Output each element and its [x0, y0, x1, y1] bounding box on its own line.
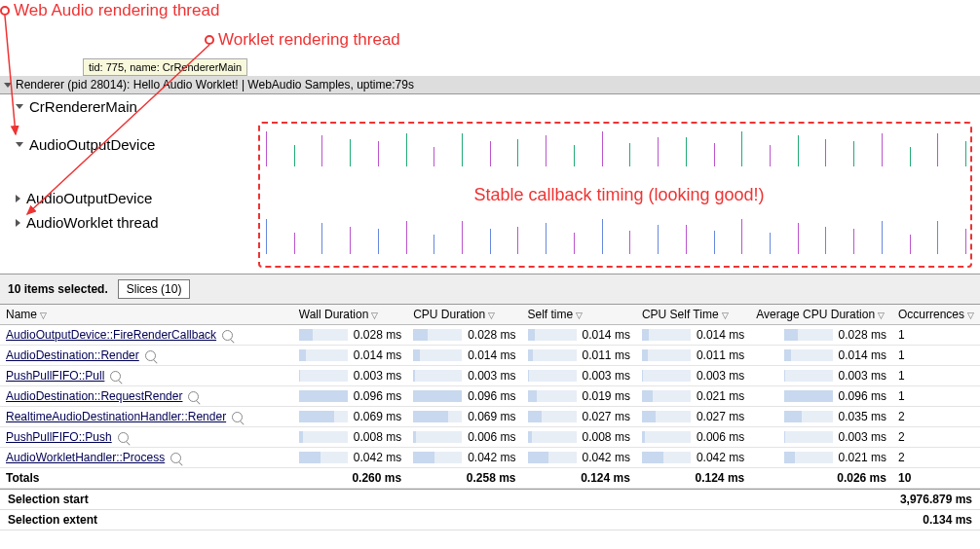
row-occ: 1: [892, 346, 980, 366]
process-title: Renderer (pid 28014): Hello Audio Workle…: [16, 78, 414, 92]
selection-footer: Selection start 3,976.879 ms Selection e…: [0, 489, 980, 531]
row-occ: 2: [892, 427, 980, 448]
row-name: AudioWorkletHandler::Process: [0, 448, 293, 468]
row-occ: 1: [892, 366, 980, 386]
sort-icon: ▽: [371, 311, 378, 320]
table-row[interactable]: AudioOutputDevice::FireRenderCallback0.0…: [0, 325, 980, 346]
thread-list: CrRendererMain AudioOutputDevice tid: 77…: [0, 94, 258, 274]
table-row[interactable]: AudioDestination::Render0.014 ms0.014 ms…: [0, 346, 980, 366]
thread-row[interactable]: CrRendererMain: [0, 94, 258, 119]
thread-row[interactable]: AudioWorklet thread: [0, 210, 258, 235]
row-occ: 2: [892, 448, 980, 468]
thread-row[interactable]: AudioOutputDevice: [0, 186, 258, 210]
slice-link[interactable]: AudioWorkletHandler::Process: [6, 451, 165, 464]
col-name[interactable]: Name▽: [0, 305, 293, 325]
slice-link[interactable]: AudioDestination::RequestRender: [6, 389, 182, 403]
magnify-icon[interactable]: [118, 432, 129, 443]
process-header[interactable]: Renderer (pid 28014): Hello Audio Workle…: [0, 76, 980, 94]
row-name: RealtimeAudioDestinationHandler::Render: [0, 407, 293, 427]
totals-row: Totals0.260 ms0.258 ms0.124 ms0.124 ms0.…: [0, 468, 980, 489]
sort-icon: ▽: [576, 311, 583, 320]
expand-icon[interactable]: [4, 83, 12, 88]
table-row[interactable]: AudioDestination::RequestRender0.096 ms0…: [0, 386, 980, 407]
col-cpu[interactable]: CPU Duration▽: [407, 305, 521, 325]
table-row[interactable]: AudioWorkletHandler::Process0.042 ms0.04…: [0, 448, 980, 468]
sort-icon: ▽: [40, 311, 47, 320]
sort-icon: ▽: [967, 311, 974, 320]
row-name: AudioDestination::Render: [0, 346, 293, 366]
magnify-icon[interactable]: [232, 412, 243, 422]
expand-icon[interactable]: [16, 142, 23, 147]
row-name: PushPullFIFO::Pull: [0, 366, 293, 386]
slice-link[interactable]: AudioOutputDevice::FireRenderCallback: [6, 328, 216, 342]
slice-link[interactable]: RealtimeAudioDestinationHandler::Render: [6, 410, 226, 423]
expand-icon[interactable]: [16, 104, 23, 109]
expand-icon[interactable]: [16, 195, 20, 202]
items-selected-label: 10 items selected.: [8, 282, 108, 296]
row-name: AudioDestination::RequestRender: [0, 386, 293, 407]
selection-toolbar: 10 items selected. Slices (10): [0, 274, 980, 305]
magnify-icon[interactable]: [110, 371, 121, 382]
table-row[interactable]: RealtimeAudioDestinationHandler::Render0…: [0, 407, 980, 427]
col-occ[interactable]: Occurrences▽: [892, 305, 980, 325]
magnify-icon[interactable]: [145, 350, 156, 361]
row-occ: 1: [892, 386, 980, 407]
magnify-icon[interactable]: [222, 330, 233, 341]
selection-start-label: Selection start: [8, 493, 89, 506]
slice-link[interactable]: PushPullFIFO::Pull: [6, 369, 104, 383]
thread-label: AudioOutputDevice: [26, 190, 152, 206]
thread-label: CrRendererMain: [29, 98, 137, 115]
selection-extent-label: Selection extent: [8, 513, 97, 527]
table-row[interactable]: PushPullFIFO::Pull0.003 ms0.003 ms0.003 …: [0, 366, 980, 386]
timeline-tracks[interactable]: Stable callback timing (looking good!): [258, 94, 980, 274]
sort-icon: ▽: [722, 311, 729, 320]
slice-link[interactable]: AudioDestination::Render: [6, 348, 139, 362]
sort-icon: ▽: [488, 311, 495, 320]
slices-table: Name▽ Wall Duration▽ CPU Duration▽ Self …: [0, 305, 980, 489]
sort-icon: ▽: [878, 311, 885, 320]
row-name: AudioOutputDevice::FireRenderCallback: [0, 325, 293, 346]
thread-label: AudioOutputDevice: [29, 136, 155, 153]
col-cpu-self[interactable]: CPU Self Time▽: [636, 305, 750, 325]
selection-start-value: 3,976.879 ms: [900, 493, 972, 506]
col-self[interactable]: Self time▽: [522, 305, 636, 325]
col-wall[interactable]: Wall Duration▽: [293, 305, 407, 325]
magnify-icon[interactable]: [188, 391, 199, 402]
row-occ: 2: [892, 407, 980, 427]
row-occ: 1: [892, 325, 980, 346]
thread-label: AudioWorklet thread: [26, 214, 159, 231]
col-avg-cpu[interactable]: Average CPU Duration▽: [750, 305, 892, 325]
expand-icon[interactable]: [16, 219, 20, 227]
table-row[interactable]: PushPullFIFO::Push0.008 ms0.006 ms0.008 …: [0, 427, 980, 448]
selection-extent-value: 0.134 ms: [923, 513, 972, 527]
slices-button[interactable]: Slices (10): [118, 279, 191, 299]
thread-tooltip: tid: 775, name: CrRendererMain: [83, 58, 247, 76]
row-name: PushPullFIFO::Push: [0, 427, 293, 448]
magnify-icon[interactable]: [170, 453, 181, 463]
annotation-stable: Stable callback timing (looking good!): [473, 185, 764, 205]
thread-row[interactable]: AudioOutputDevice: [0, 132, 258, 157]
slice-link[interactable]: PushPullFIFO::Push: [6, 430, 112, 444]
